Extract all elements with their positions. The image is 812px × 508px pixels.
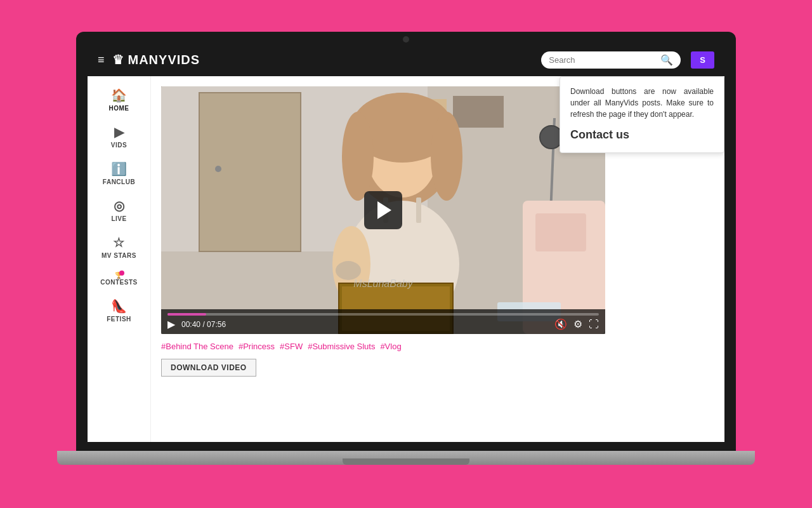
vids-icon: ▶ [114,124,124,140]
contact-us-link[interactable]: Contact us [570,128,629,141]
tooltip-message: Download buttons are now available under… [570,86,714,120]
video-player: MsLunaBaby ▶ 00:40 / [161,86,605,334]
current-time: 00:40 [181,320,200,329]
svg-rect-21 [535,213,586,251]
search-button[interactable]: 🔍 [660,54,673,66]
sidebar: 🏠 HOME ▶ VIDS ℹ️ FANCLUB ◎ [88,76,151,442]
signup-button[interactable]: S [691,51,714,69]
tag-item[interactable]: #Princess [239,342,275,351]
svg-point-11 [342,112,374,201]
progress-fill [167,313,206,316]
logo-icon: ♛ [112,52,124,67]
play-pause-button[interactable]: ▶ [167,318,175,330]
tags-row: #Behind The Scene#Princess#SFW#Submissiv… [161,342,714,351]
volume-icon[interactable]: 🔇 [554,318,567,330]
time-display: 00:40 / 07:56 [181,320,548,329]
main-area: 🏠 HOME ▶ VIDS ℹ️ FANCLUB ◎ [88,76,724,442]
main-content: MsLunaBaby ▶ 00:40 / [151,76,724,442]
fullscreen-icon[interactable]: ⛶ [589,319,599,330]
camera-notch [403,36,409,43]
sidebar-item-contests[interactable]: 🏆 CONTESTS [88,265,150,292]
fetish-icon: 👠 [111,298,128,314]
svg-point-3 [215,166,221,172]
svg-point-12 [431,112,462,201]
sidebar-label-contests: CONTESTS [100,279,137,286]
sidebar-item-vids[interactable]: ▶ VIDS [88,118,150,155]
sidebar-label-fanclub: FANCLUB [103,178,135,185]
laptop-base [57,451,755,465]
stars-icon: ☆ [113,235,125,250]
settings-icon[interactable]: ⚙ [573,318,582,330]
fanclub-icon: ℹ️ [111,161,128,177]
download-button[interactable]: DOWNLOAD VIDEO [161,359,256,377]
sidebar-label-home: HOME [109,105,129,112]
svg-point-17 [336,261,361,280]
total-time: 07:56 [207,320,226,329]
tag-item[interactable]: #SFW [280,342,303,351]
search-input[interactable] [549,55,660,65]
site-logo[interactable]: ♛ MANYVIDS [112,52,542,67]
controls-row: ▶ 00:40 / 07:56 🔇 ⚙ [167,318,599,330]
svg-rect-2 [199,93,301,251]
sidebar-item-mv-stars[interactable]: ☆ MV STARS [88,229,150,265]
contest-badge [119,271,124,276]
tag-item[interactable]: #Vlog [380,342,401,351]
logo-text: MANYVIDS [128,53,200,67]
sidebar-item-fanclub[interactable]: ℹ️ FANCLUB [88,155,150,192]
search-bar: 🔍 [541,51,681,69]
sidebar-label-live: LIVE [111,215,126,222]
sidebar-label-mv-stars: MV STARS [102,252,136,259]
sidebar-label-vids: VIDS [111,142,127,149]
menu-icon[interactable]: ≡ [98,53,105,67]
home-icon: 🏠 [111,88,128,103]
tag-item[interactable]: #Submissive Sluts [308,342,375,351]
sidebar-item-home[interactable]: 🏠 HOME [88,81,150,118]
svg-rect-15 [416,197,421,223]
contests-icon-wrapper: 🏆 [115,272,123,279]
video-controls: ▶ 00:40 / 07:56 🔇 ⚙ [161,309,605,334]
progress-bar[interactable] [167,313,599,316]
live-icon: ◎ [114,198,125,213]
right-controls: 🔇 ⚙ ⛶ [554,318,599,330]
video-watermark: MsLunaBaby [353,278,412,290]
sidebar-item-fetish[interactable]: 👠 FETISH [88,292,150,329]
tag-item[interactable]: #Behind The Scene [161,342,233,351]
play-icon [377,201,391,219]
sidebar-label-fetish: FETISH [107,316,131,323]
sidebar-item-live[interactable]: ◎ LIVE [88,192,150,229]
navbar: ≡ ♛ MANYVIDS 🔍 S [88,43,724,76]
play-button[interactable] [364,191,402,229]
tooltip-popup: Download buttons are now available under… [560,76,724,153]
svg-rect-5 [453,96,504,128]
